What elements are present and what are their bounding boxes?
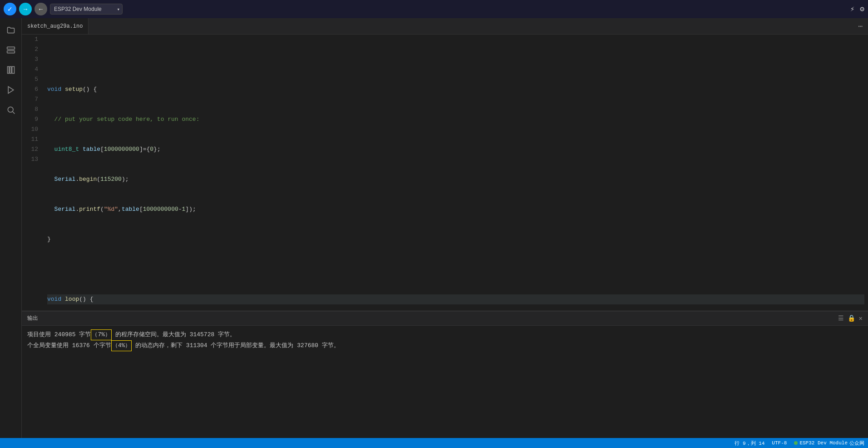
status-network: 公众网 xyxy=(849,440,864,447)
output-panel: 输出 ☰ 🔒 ✕ 项目使用 240985 字节（7%） 的程序存储空间。最大值为… xyxy=(22,311,868,438)
svg-rect-0 xyxy=(7,47,15,49)
sidebar-item-folder[interactable] xyxy=(3,22,19,38)
toolbar: ✓ → ← ESP32 Dev Module ⚡ ⚙ xyxy=(0,0,868,18)
output-pct2: （4%） xyxy=(111,340,132,351)
signal-icon[interactable]: ⚡ xyxy=(850,5,855,14)
status-bar: 行 9，列 14 UTF-8 ESP32 Dev Module 公众网 xyxy=(0,438,868,448)
sidebar xyxy=(0,18,22,438)
sidebar-item-library[interactable] xyxy=(3,62,19,78)
code-line-1 xyxy=(47,55,864,65)
tab-more-button[interactable]: ⋯ xyxy=(853,22,868,31)
status-board-name: ESP32 Dev Module xyxy=(799,440,848,446)
editor-container: sketch_aug29a.ino ⋯ 1 2 3 4 5 6 7 8 9 10… xyxy=(22,18,868,438)
status-board: ESP32 Dev Module 公众网 xyxy=(794,440,864,447)
output-pct1: （7%） xyxy=(91,329,112,340)
line-numbers: 1 2 3 4 5 6 7 8 9 10 11 12 13 xyxy=(22,35,44,311)
sidebar-item-boards[interactable] xyxy=(3,42,19,58)
settings-icon[interactable]: ⚙ xyxy=(860,5,864,14)
svg-rect-3 xyxy=(10,67,11,74)
code-line-4: uint8_t table[1000000000]={0}; xyxy=(47,144,864,154)
editor-body[interactable]: 1 2 3 4 5 6 7 8 9 10 11 12 13 void setup… xyxy=(22,35,868,311)
code-line-6: Serial.printf("%d",table[1000000000-1]); xyxy=(47,204,864,214)
toolbar-right: ⚡ ⚙ xyxy=(850,5,864,14)
status-right: 行 9，列 14 UTF-8 ESP32 Dev Module 公众网 xyxy=(735,440,864,447)
sidebar-item-debug[interactable] xyxy=(3,82,19,98)
board-select[interactable]: ESP32 Dev Module xyxy=(50,4,123,15)
code-line-3: // put your setup code here, to run once… xyxy=(47,114,864,124)
output-line-1: 项目使用 240985 字节（7%） 的程序存储空间。最大值为 3145728 … xyxy=(27,329,863,340)
svg-rect-4 xyxy=(12,67,14,74)
code-line-7: } xyxy=(47,234,864,244)
status-position: 行 9，列 14 xyxy=(735,440,764,447)
verify-button[interactable]: ✓ xyxy=(4,3,16,15)
tab-filename: sketch_aug29a.ino xyxy=(27,23,83,30)
upload-button[interactable]: → xyxy=(19,3,32,15)
code-line-9: void loop() { xyxy=(47,294,864,304)
sidebar-item-search[interactable] xyxy=(3,102,19,118)
svg-point-6 xyxy=(8,107,13,112)
output-lock-icon[interactable]: 🔒 xyxy=(848,314,855,322)
output-body: 项目使用 240985 字节（7%） 的程序存储空间。最大值为 3145728 … xyxy=(22,326,868,438)
code-line-5: Serial.begin(115200); xyxy=(47,174,864,184)
code-line-8 xyxy=(47,264,864,274)
status-encoding: UTF-8 xyxy=(772,440,787,446)
status-dot xyxy=(794,441,798,445)
output-header-actions: ☰ 🔒 ✕ xyxy=(838,314,863,322)
output-list-icon[interactable]: ☰ xyxy=(838,314,844,322)
output-line-2: 个全局变量使用 16376 个字节（4%） 的动态内存，剩下 311304 个字… xyxy=(27,340,863,351)
svg-rect-2 xyxy=(7,67,9,74)
back-button[interactable]: ← xyxy=(35,3,47,15)
output-header: 输出 ☰ 🔒 ✕ xyxy=(22,311,868,326)
main-area: sketch_aug29a.ino ⋯ 1 2 3 4 5 6 7 8 9 10… xyxy=(0,18,868,438)
output-close-icon[interactable]: ✕ xyxy=(859,314,863,322)
svg-marker-5 xyxy=(8,87,14,94)
tab-bar: sketch_aug29a.ino ⋯ xyxy=(22,18,868,35)
board-select-wrapper: ESP32 Dev Module xyxy=(50,4,123,15)
output-title: 输出 xyxy=(27,314,38,322)
code-line-2: void setup() { xyxy=(47,85,864,95)
svg-rect-1 xyxy=(7,51,15,53)
svg-line-7 xyxy=(12,112,15,114)
code-area[interactable]: void setup() { // put your setup code he… xyxy=(44,35,868,311)
editor-tab[interactable]: sketch_aug29a.ino xyxy=(22,18,89,34)
